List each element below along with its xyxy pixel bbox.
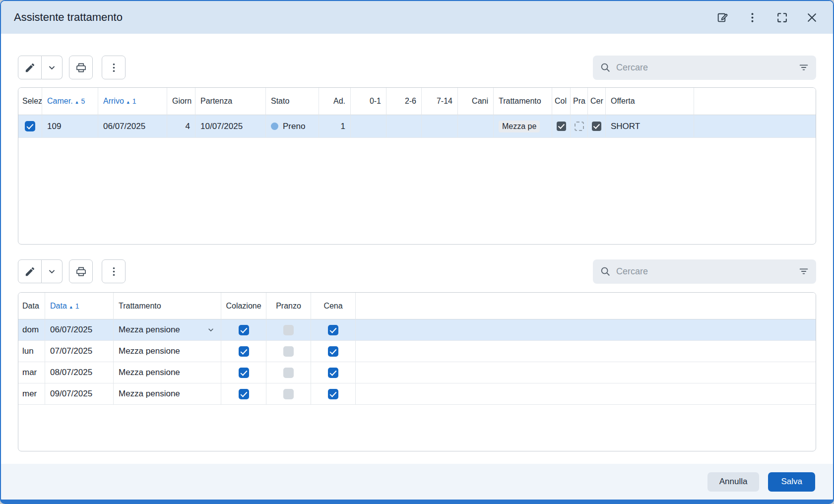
column-header-data[interactable]: Data 1 xyxy=(45,293,114,319)
treatments-table-empty-area xyxy=(18,405,816,451)
more-vert-icon[interactable] xyxy=(744,9,761,26)
close-icon[interactable] xyxy=(803,9,820,26)
cell-pranzo xyxy=(266,319,311,341)
column-header-giorno[interactable]: Data xyxy=(18,293,45,319)
print-button[interactable] xyxy=(69,259,93,283)
column-label: Camer. xyxy=(47,97,73,106)
column-header-cani[interactable]: Cani xyxy=(458,88,494,115)
dialog-content: Selez Camer. 5 Arrivo 1 Giorn Partenza S… xyxy=(1,34,833,464)
titlebar-actions xyxy=(714,9,820,26)
column-header-adulti[interactable]: Ad. xyxy=(319,88,351,115)
print-button[interactable] xyxy=(69,56,93,79)
dialog-assistente-trattamento: Assistente trattamento xyxy=(0,0,834,504)
filter-list-icon[interactable] xyxy=(798,62,809,73)
pencil-icon xyxy=(24,266,36,277)
search-icon xyxy=(600,62,611,73)
colazione-checkbox[interactable] xyxy=(239,346,249,357)
cell-stato: Preno xyxy=(266,115,319,138)
cell-data: 09/07/2025 xyxy=(45,383,114,405)
cancel-button[interactable]: Annulla xyxy=(707,472,760,492)
reservations-search-input[interactable] xyxy=(616,63,793,73)
pranzo-checkbox xyxy=(283,389,294,399)
column-header-7-14[interactable]: 7-14 xyxy=(422,88,458,115)
colazione-checkbox[interactable] xyxy=(239,389,249,399)
more-options-button[interactable] xyxy=(102,56,126,79)
column-header-pranzo[interactable]: Pra xyxy=(571,88,588,115)
cell-giorno: mer xyxy=(18,383,45,405)
colazione-checkbox xyxy=(557,122,566,131)
cena-checkbox[interactable] xyxy=(328,389,338,399)
column-header-selez[interactable]: Selez xyxy=(18,88,42,115)
column-header-cena[interactable]: Cer xyxy=(588,88,606,115)
column-header-trattamento[interactable]: Trattamento xyxy=(114,293,221,319)
treatments-search-input[interactable] xyxy=(616,266,793,277)
column-header-cena[interactable]: Cena xyxy=(311,293,356,319)
column-header-colazione[interactable]: Colazione xyxy=(221,293,266,319)
treatment-row[interactable]: mer 09/07/2025 Mezza pensione xyxy=(18,383,816,405)
cell-cena xyxy=(311,319,356,341)
fullscreen-icon[interactable] xyxy=(773,9,790,26)
cell-colazione xyxy=(221,341,266,362)
cell-7-14 xyxy=(422,115,458,138)
titlebar: Assistente trattamento xyxy=(1,1,833,34)
cell-offerta: SHORT xyxy=(606,115,694,138)
treatment-row[interactable]: dom 06/07/2025 Mezza pensione xyxy=(18,319,816,341)
column-header-colazione[interactable]: Col xyxy=(552,88,571,115)
cell-colazione-flag xyxy=(552,115,571,138)
cell-trattamento: Mezza pensione xyxy=(114,362,221,383)
cell-data: 08/07/2025 xyxy=(45,362,114,383)
cell-filler xyxy=(356,341,816,362)
column-header-arrivo[interactable]: Arrivo 1 xyxy=(98,88,167,115)
more-options-button[interactable] xyxy=(102,259,126,283)
treatments-search-box[interactable] xyxy=(593,259,816,284)
reservation-row[interactable]: 109 06/07/2025 4 10/07/2025 Preno 1 Mezz… xyxy=(18,115,816,138)
column-header-0-1[interactable]: 0-1 xyxy=(351,88,386,115)
colazione-checkbox[interactable] xyxy=(239,325,249,335)
chevron-down-icon[interactable] xyxy=(206,325,216,335)
reservations-search-box[interactable] xyxy=(593,56,816,80)
edit-options-button[interactable] xyxy=(42,259,63,283)
edit-button[interactable] xyxy=(18,259,42,283)
column-header-partenza[interactable]: Partenza xyxy=(195,88,266,115)
treatment-row[interactable]: mar 08/07/2025 Mezza pensione xyxy=(18,362,816,383)
cell-camera: 109 xyxy=(42,115,98,138)
cell-pranzo xyxy=(266,362,311,383)
search-icon xyxy=(600,266,611,277)
printer-icon xyxy=(75,62,87,73)
sort-priority: 1 xyxy=(75,302,79,310)
colazione-checkbox[interactable] xyxy=(239,368,249,378)
edit-split-button xyxy=(18,259,63,283)
column-header-pranzo[interactable]: Pranzo xyxy=(266,293,311,319)
cell-pranzo-flag xyxy=(571,115,588,138)
row-select-checkbox[interactable] xyxy=(25,121,35,131)
trattamento-value: Mezza pensione xyxy=(119,346,180,356)
cell-arrivo: 06/07/2025 xyxy=(98,115,167,138)
cena-checkbox[interactable] xyxy=(328,325,338,335)
column-header-2-6[interactable]: 2-6 xyxy=(386,88,422,115)
edit-button[interactable] xyxy=(18,56,42,79)
edit-options-button[interactable] xyxy=(42,56,63,79)
save-button[interactable]: Salva xyxy=(768,472,815,492)
cell-giorni: 4 xyxy=(167,115,195,138)
column-header-offerta[interactable]: Offerta xyxy=(606,88,694,115)
treatment-row[interactable]: lun 07/07/2025 Mezza pensione xyxy=(18,341,816,362)
cena-checkbox xyxy=(592,122,601,131)
cell-trattamento: Mezza pensione xyxy=(114,383,221,405)
cell-giorno: dom xyxy=(18,319,45,341)
cena-checkbox[interactable] xyxy=(328,346,338,357)
chevron-down-icon xyxy=(46,266,58,277)
cell-trattamento: Mezza pensione xyxy=(114,341,221,362)
column-header-camera[interactable]: Camer. 5 xyxy=(42,88,98,115)
footer-actions: Annulla Salva xyxy=(1,464,833,500)
cell-cena xyxy=(311,383,356,405)
edit-note-icon[interactable] xyxy=(714,9,731,26)
status-label: Preno xyxy=(283,122,305,131)
treatments-toolbar xyxy=(18,259,816,283)
column-header-stato[interactable]: Stato xyxy=(266,88,319,115)
trattamento-value[interactable]: Mezza pe xyxy=(499,121,540,132)
filter-list-icon[interactable] xyxy=(798,266,809,277)
column-header-trattamento[interactable]: Trattamento xyxy=(494,88,552,115)
column-header-giorni[interactable]: Giorn xyxy=(167,88,195,115)
cena-checkbox[interactable] xyxy=(328,368,338,378)
trattamento-value: Mezza pensione xyxy=(119,389,180,399)
